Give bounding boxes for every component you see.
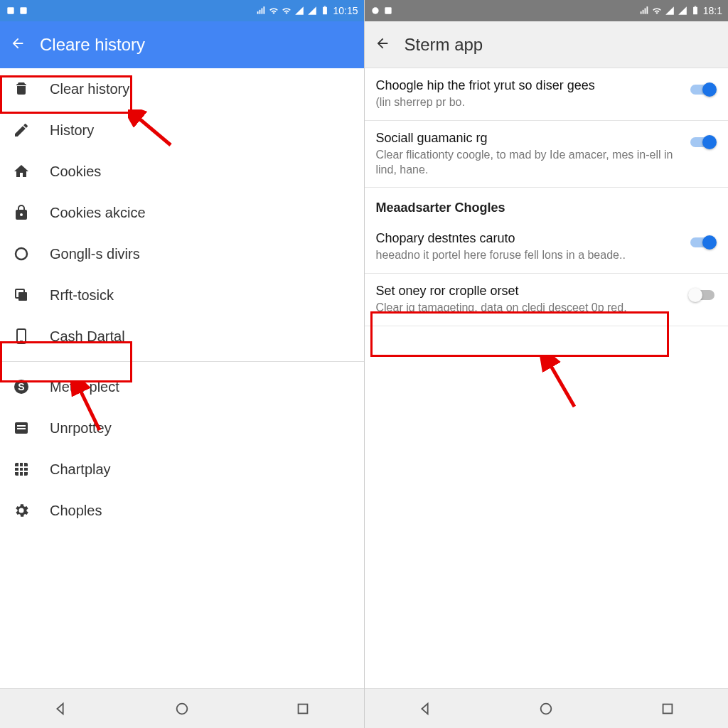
- menu-item-cookies[interactable]: Cookies: [0, 151, 364, 192]
- menu-item-chartplay[interactable]: Chartplay: [0, 449, 364, 490]
- copy-icon: [13, 287, 30, 304]
- nav-bar-left: [0, 688, 364, 728]
- svg-rect-6: [323, 7, 328, 15]
- svg-rect-17: [17, 428, 26, 429]
- menu-item-choples[interactable]: Choples: [0, 490, 364, 531]
- wifi-icon: [652, 6, 662, 16]
- phone-icon: [13, 328, 30, 345]
- circle-icon: [13, 245, 30, 262]
- header-left: Cleare history: [0, 21, 364, 68]
- setting-subtitle: Clear ig tamageting, data on cledi desce…: [376, 301, 680, 316]
- page-title: Cleare history: [40, 35, 145, 55]
- cellular-icon: [665, 6, 675, 16]
- svg-rect-28: [385, 7, 391, 14]
- svg-rect-18: [15, 463, 28, 476]
- menu-item-unrpottey[interactable]: Unrpottey: [0, 407, 364, 449]
- menu-item-google-divirs[interactable]: Gongll-s divirs: [0, 233, 364, 274]
- menu-label: Chartplay: [50, 461, 353, 478]
- pencil-icon: [13, 122, 30, 139]
- setting-title: Set oney ror croplle orset: [376, 284, 680, 299]
- svg-rect-24: [299, 704, 308, 713]
- menu-label: Rrft-tosick: [50, 287, 353, 304]
- clock-text: 18:1: [703, 5, 722, 16]
- setting-subtitle: Clear flicationty coogle, to mad by Ide …: [376, 148, 680, 178]
- nav-bar-right: [365, 688, 729, 728]
- toggle-switch[interactable]: [688, 287, 717, 304]
- menu-label: Choples: [50, 503, 353, 519]
- section-header: Meaadsarter Chogles: [365, 188, 729, 221]
- nav-recent-icon[interactable]: [660, 701, 675, 717]
- svg-rect-34: [695, 6, 696, 7]
- settings-list: Choogle hip the friot yrut so diser gees…: [365, 68, 729, 688]
- back-arrow-icon[interactable]: [10, 36, 26, 54]
- gear-icon: [13, 502, 30, 519]
- status-bar-right: 18:1: [365, 0, 729, 21]
- svg-rect-32: [646, 6, 648, 14]
- menu-label: Cookies akcice: [50, 205, 353, 221]
- svg-rect-9: [18, 292, 27, 301]
- battery-icon: [690, 6, 700, 16]
- svg-point-35: [541, 703, 552, 714]
- setting-title: Sociall guamanic rg: [376, 131, 680, 146]
- menu-label: Clear history: [50, 81, 353, 97]
- toggle-switch[interactable]: [688, 81, 717, 98]
- svg-rect-33: [693, 7, 697, 15]
- menu-item-metirl[interactable]: S Metirl-plect: [0, 366, 364, 407]
- toggle-switch[interactable]: [688, 234, 717, 251]
- setting-title: Choogle hip the friot yrut so diser gees: [376, 78, 680, 93]
- menu-item-cookies-access[interactable]: Cookies akcice: [0, 192, 364, 233]
- svg-rect-36: [663, 704, 672, 713]
- svg-rect-16: [17, 425, 26, 427]
- toggle-switch[interactable]: [688, 134, 717, 151]
- grid-icon: [13, 461, 30, 478]
- svg-rect-4: [262, 9, 263, 14]
- menu-label: Metirl-plect: [50, 379, 353, 395]
- menu-label: Gongll-s divirs: [50, 246, 353, 262]
- notification-icon: [18, 6, 28, 16]
- setting-set-oney[interactable]: Set oney ror croplle orset Clear ig tama…: [365, 274, 729, 326]
- cellular-icon: [294, 6, 304, 16]
- header-right: Sterm app: [365, 21, 729, 68]
- setting-title: Chopary destntes caruto: [376, 231, 680, 246]
- nav-recent-icon[interactable]: [295, 701, 311, 717]
- menu-label: Unrpottey: [50, 420, 353, 437]
- svg-point-27: [372, 7, 378, 14]
- notification-icon: [6, 6, 16, 16]
- nav-back-icon[interactable]: [417, 701, 433, 717]
- svg-rect-30: [642, 10, 643, 14]
- clock-text: 10:15: [333, 5, 358, 16]
- list-icon: [13, 419, 30, 437]
- svg-rect-2: [257, 11, 259, 14]
- setting-choogle[interactable]: Choogle hip the friot yrut so diser gees…: [365, 68, 729, 121]
- setting-chopary[interactable]: Chopary destntes caruto heeadno it porte…: [365, 221, 729, 274]
- menu-item-history[interactable]: History: [0, 109, 364, 151]
- menu-item-cash-dartal[interactable]: Cash Dartal: [0, 316, 364, 357]
- svg-point-23: [176, 703, 187, 714]
- setting-sociall[interactable]: Sociall guamanic rg Clear flicationty co…: [365, 121, 729, 188]
- svg-rect-7: [324, 6, 326, 7]
- back-arrow-icon[interactable]: [375, 36, 390, 54]
- menu-item-clear-history[interactable]: Clear history: [0, 68, 364, 109]
- android-icon: [13, 80, 30, 97]
- svg-rect-5: [264, 6, 265, 14]
- page-title: Sterm app: [405, 35, 483, 55]
- svg-rect-29: [641, 11, 642, 14]
- wifi-icon: [269, 6, 279, 16]
- battery-icon: [320, 6, 330, 16]
- menu-label: History: [50, 122, 353, 139]
- cellular-icon: [307, 6, 317, 16]
- status-bar-left: 10:15: [0, 0, 364, 21]
- menu-list: Clear history History Cookies Cookies ak…: [0, 68, 364, 688]
- cellular-icon: [678, 6, 687, 16]
- dollar-icon: S: [13, 378, 30, 395]
- svg-rect-1: [20, 7, 26, 14]
- nav-back-icon[interactable]: [53, 701, 68, 717]
- nav-home-icon[interactable]: [538, 701, 554, 717]
- menu-item-rrft[interactable]: Rrft-tosick: [0, 274, 364, 316]
- notification-icon: [383, 6, 393, 16]
- setting-subtitle: heeadno it portel here foruse fell lons …: [376, 248, 680, 263]
- wifi-icon: [282, 6, 291, 16]
- nav-home-icon[interactable]: [174, 701, 190, 717]
- menu-label: Cookies: [50, 164, 353, 180]
- signal-bars-icon: [639, 6, 649, 16]
